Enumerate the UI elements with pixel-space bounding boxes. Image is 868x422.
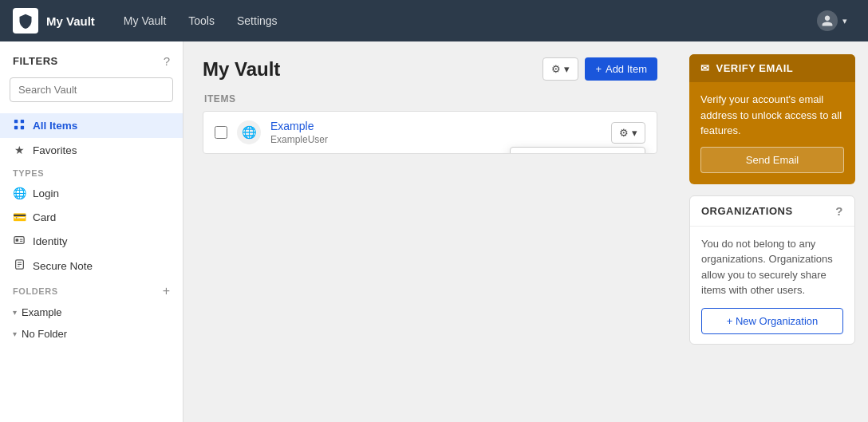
table-row: 🌐 Example ExampleUser ⚙ ▾ 📋 Copy Passwor… bbox=[203, 112, 657, 153]
verify-email-header-label: VERIFY EMAIL bbox=[716, 62, 794, 74]
topnav-tools[interactable]: Tools bbox=[179, 10, 224, 32]
svg-rect-0 bbox=[14, 120, 18, 123]
star-icon: ★ bbox=[13, 144, 26, 156]
item-name[interactable]: Example bbox=[270, 120, 611, 132]
sidebar-item-favorites[interactable]: ★ Favorites bbox=[0, 138, 183, 162]
main-content: My Vault ⚙ ▾ + Add Item Items 🌐 Example bbox=[183, 41, 677, 422]
note-icon bbox=[13, 259, 26, 272]
add-item-label: Add Item bbox=[606, 63, 647, 75]
orgs-body-text: You do not belong to any organizations. … bbox=[701, 238, 833, 297]
send-email-button[interactable]: Send Email bbox=[700, 147, 844, 173]
filters-help-icon[interactable]: ? bbox=[164, 54, 170, 68]
verify-email-header: ✉ VERIFY EMAIL bbox=[689, 54, 855, 82]
top-navigation: My Vault My Vault Tools Settings ▾ bbox=[0, 0, 868, 41]
verify-email-text: Verify your account's email address to u… bbox=[700, 93, 842, 136]
add-item-button[interactable]: + Add Item bbox=[585, 57, 657, 81]
folders-section-label: FOLDERS bbox=[13, 286, 58, 296]
verify-email-body: Verify your account's email address to u… bbox=[689, 82, 855, 184]
items-table: 🌐 Example ExampleUser ⚙ ▾ 📋 Copy Passwor… bbox=[203, 111, 657, 154]
globe-icon: 🌐 bbox=[13, 187, 26, 199]
settings-button[interactable]: ⚙ ▾ bbox=[542, 57, 578, 81]
add-item-plus-icon: + bbox=[595, 63, 602, 75]
topnav-my-vault[interactable]: My Vault bbox=[114, 10, 176, 32]
item-icon: 🌐 bbox=[237, 120, 261, 144]
card-label: Card bbox=[33, 211, 56, 223]
item-gear-caret-icon: ▾ bbox=[632, 127, 637, 139]
verify-email-envelope-icon: ✉ bbox=[700, 62, 710, 74]
item-checkbox[interactable] bbox=[215, 126, 227, 139]
grid-icon bbox=[13, 119, 26, 132]
favorites-label: Favorites bbox=[33, 144, 77, 156]
sidebar-item-login[interactable]: 🌐 Login bbox=[0, 181, 183, 205]
organizations-card: ORGANIZATIONS ? You do not belong to any… bbox=[689, 195, 855, 345]
app-logo bbox=[13, 8, 38, 34]
user-avatar bbox=[817, 10, 838, 31]
main-actions: ⚙ ▾ + Add Item bbox=[542, 57, 657, 81]
item-info: Example ExampleUser bbox=[270, 120, 611, 145]
verify-email-card: ✉ VERIFY EMAIL Verify your account's ema… bbox=[689, 54, 855, 184]
item-dropdown-menu: 📋 Copy Password 📎 Attachments 🔗 Share bbox=[510, 147, 645, 154]
types-section-label: TYPES bbox=[0, 162, 183, 181]
right-panel: ✉ VERIFY EMAIL Verify your account's ema… bbox=[677, 41, 868, 422]
sidebar-item-identity[interactable]: Identity bbox=[0, 229, 183, 254]
identity-label: Identity bbox=[33, 235, 68, 247]
folder-no-folder[interactable]: ▾ No Folder bbox=[0, 323, 183, 345]
app-brand: My Vault bbox=[46, 14, 95, 28]
sidebar-title: FILTERS bbox=[13, 55, 58, 67]
settings-gear-icon: ⚙ bbox=[551, 63, 561, 75]
sidebar-item-secure-note[interactable]: Secure Note bbox=[0, 254, 183, 278]
card-icon: 💳 bbox=[13, 211, 26, 223]
all-items-label: All Items bbox=[33, 120, 77, 132]
new-org-label: New Organization bbox=[736, 315, 818, 327]
dropdown-copy-password[interactable]: 📋 Copy Password bbox=[511, 148, 645, 154]
item-gear-button[interactable]: ⚙ ▾ bbox=[611, 122, 645, 144]
user-menu-button[interactable]: ▾ bbox=[809, 6, 855, 36]
orgs-help-icon[interactable]: ? bbox=[835, 204, 843, 218]
topnav-settings[interactable]: Settings bbox=[227, 10, 287, 32]
sidebar: FILTERS ? All Items ★ Favorites TYPES 🌐 … bbox=[0, 41, 183, 422]
folder-example-label: Example bbox=[22, 306, 62, 318]
svg-rect-3 bbox=[21, 126, 24, 129]
svg-rect-1 bbox=[21, 120, 24, 123]
items-section-label: Items bbox=[203, 93, 657, 105]
search-container bbox=[10, 77, 173, 102]
user-caret-icon: ▾ bbox=[842, 16, 847, 26]
secure-note-label: Secure Note bbox=[33, 260, 93, 272]
sidebar-item-all-items[interactable]: All Items bbox=[0, 113, 183, 138]
orgs-card-header: ORGANIZATIONS ? bbox=[690, 196, 854, 227]
orgs-header-label: ORGANIZATIONS bbox=[701, 205, 793, 217]
page-title: My Vault bbox=[203, 58, 280, 81]
login-label: Login bbox=[33, 187, 59, 199]
topnav-links: My Vault Tools Settings bbox=[114, 10, 809, 32]
orgs-card-body: You do not belong to any organizations. … bbox=[690, 227, 854, 344]
sidebar-item-card[interactable]: 💳 Card bbox=[0, 205, 183, 229]
settings-caret-icon: ▾ bbox=[564, 63, 570, 75]
main-header: My Vault ⚙ ▾ + Add Item bbox=[203, 57, 657, 81]
new-organization-button[interactable]: + New Organization bbox=[701, 308, 843, 334]
folder-no-folder-label: No Folder bbox=[22, 328, 67, 340]
folders-section-header: FOLDERS + bbox=[0, 278, 183, 302]
svg-rect-5 bbox=[16, 239, 19, 242]
new-org-plus-icon: + bbox=[727, 315, 736, 327]
app-body: FILTERS ? All Items ★ Favorites TYPES 🌐 … bbox=[0, 41, 868, 422]
search-input[interactable] bbox=[10, 77, 173, 102]
add-folder-button[interactable]: + bbox=[163, 284, 170, 298]
folder-caret-icon-2: ▾ bbox=[13, 329, 17, 338]
sidebar-header: FILTERS ? bbox=[0, 54, 183, 77]
item-username: ExampleUser bbox=[270, 134, 611, 145]
folder-example[interactable]: ▾ Example bbox=[0, 302, 183, 323]
item-gear-icon: ⚙ bbox=[619, 127, 629, 139]
folder-caret-icon: ▾ bbox=[13, 308, 17, 317]
svg-rect-2 bbox=[14, 126, 18, 129]
identity-icon bbox=[13, 235, 26, 248]
